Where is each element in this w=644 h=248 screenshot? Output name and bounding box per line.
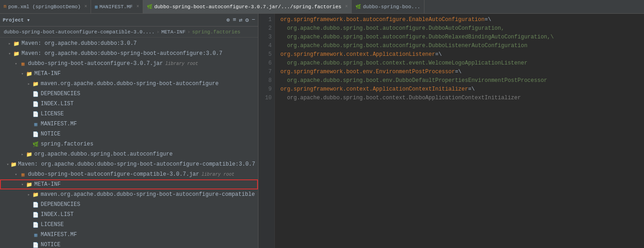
code-indent <box>280 24 287 33</box>
left-panel: Project ▾ ⊕ ≡ ⇄ ⚙ − dubbo-spring-boot-au… <box>0 14 258 248</box>
minimize-icon[interactable]: − <box>252 16 255 23</box>
code-eq: =\ <box>468 85 474 94</box>
tree-arrow[interactable] <box>26 81 32 86</box>
tree-arrow[interactable] <box>19 182 26 187</box>
line-num-9: 9 <box>258 85 272 94</box>
tree-item-notice-1[interactable]: 📄 NOTICE <box>0 129 258 139</box>
main-area: Project ▾ ⊕ ≡ ⇄ ⚙ − dubbo-spring-boot-au… <box>0 14 644 248</box>
tree-label: Maven: org.apache.dubbo:dubbo-spring-boo… <box>21 50 222 57</box>
tree-label-lib: library root <box>165 61 198 66</box>
tab-manifest-close[interactable]: × <box>136 4 139 9</box>
code-val: org.apache.dubbo.spring.boot.autoconfigu… <box>287 42 527 50</box>
tab-spring1-icon: 🌿 <box>147 4 152 10</box>
code-eq: =\ <box>455 68 462 76</box>
tree-item-spring-factories-1[interactable]: 🌿 spring.factories <box>0 139 258 149</box>
line-numbers: 1 2 3 4 5 6 7 8 9 10 <box>258 14 275 248</box>
tree-arrow[interactable] <box>13 172 19 177</box>
align-icon[interactable]: ≡ <box>233 16 236 23</box>
folder-icon: 📁 <box>13 41 20 47</box>
file-icon: 📄 <box>32 242 39 248</box>
tree-label: spring.factories <box>41 141 93 147</box>
tree-item-maven-subfolder-2[interactable]: 📁 maven.org.apache.dubbo.dubbo-spring-bo… <box>0 189 258 199</box>
tree-label: maven.org.apache.dubbo.dubbo-spring-boot… <box>41 81 219 87</box>
code-line-6: org.apache.dubbo.spring.boot.context.eve… <box>280 59 644 68</box>
folder-icon: 📁 <box>32 192 39 198</box>
tab-manifest[interactable]: ▦ MANIFEST.MF × <box>91 0 143 13</box>
jar-icon: ▦ <box>19 61 27 67</box>
folder-icon: 📁 <box>26 151 33 157</box>
tab-spring1[interactable]: 🌿 dubbo-spring-boot-autoconfigure-3.0.7.… <box>143 0 352 13</box>
transfer-icon[interactable]: ⇄ <box>239 16 243 24</box>
add-icon[interactable]: ⊕ <box>226 16 230 24</box>
tree-label: DEPENDENCIES <box>41 201 80 208</box>
folder-icon: 📁 <box>32 81 39 87</box>
tab-bar: m pom.xml (springBootDemo) × ▦ MANIFEST.… <box>0 0 644 14</box>
tree-label: INDEX.LIST <box>41 211 74 218</box>
tree-item-maven-compatible[interactable]: 📁 Maven: org.apache.dubbo:dubbo-spring-b… <box>0 159 258 169</box>
tree-item-license-2[interactable]: 📄 LICENSE <box>0 220 258 230</box>
code-val: org.apache.dubbo.spring.boot.autoconfigu… <box>287 33 553 42</box>
line-num-2: 2 <box>258 24 272 33</box>
tab-manifest-icon: ▦ <box>95 4 97 10</box>
tree-item-meta-inf-1[interactable]: 📁 META-INF <box>0 69 258 79</box>
tree-label: maven.org.apache.dubbo.dubbo-spring-boot… <box>41 191 255 198</box>
tree-item-notice-2[interactable]: 📄 NOTICE <box>0 240 258 248</box>
tree-arrow[interactable] <box>6 41 13 46</box>
breadcrumb-part-1[interactable]: dubbo-spring-boot-autoconfigure-compatib… <box>4 29 155 35</box>
tree-label: dubbo-spring-boot-autoconfigure-3.0.7.ja… <box>28 60 163 67</box>
folder-icon: 📁 <box>11 162 17 167</box>
tree-item-dubbo-autoconfigure-pkg[interactable]: 📁 org.apache.dubbo.spring.boot.autoconfi… <box>0 149 258 159</box>
tree-item-meta-inf-2[interactable]: 📁 META-INF <box>0 179 258 189</box>
tab-pom-icon: m <box>4 4 6 9</box>
tree-item-jar-autoconfigure[interactable]: ▦ dubbo-spring-boot-autoconfigure-3.0.7.… <box>0 59 258 69</box>
tree-item-indexlist-2[interactable]: 📄 INDEX.LIST <box>0 210 258 220</box>
tree-item-maven-subfolder[interactable]: 📁 maven.org.apache.dubbo.dubbo-spring-bo… <box>0 79 258 89</box>
project-tree: 📁 Maven: org.apache.dubbo:dubbo:3.0.7 📁 … <box>0 38 258 248</box>
code-content[interactable]: org.springframework.boot.autoconfigure.E… <box>275 14 644 248</box>
tree-item-manifest-2[interactable]: ▦ MANIFEST.MF <box>0 230 258 240</box>
tree-item-dependencies-2[interactable]: 📄 DEPENDENCIES <box>0 199 258 210</box>
tree-arrow[interactable] <box>6 51 13 56</box>
line-num-1: 1 <box>258 16 272 24</box>
settings-icon[interactable]: ⚙ <box>245 16 249 24</box>
tree-label-lib: library root <box>201 172 234 177</box>
breadcrumb-sep-1: › <box>156 29 160 35</box>
tree-arrow[interactable] <box>26 192 32 197</box>
tree-arrow[interactable] <box>19 152 26 157</box>
tree-label: META-INF <box>34 181 61 188</box>
file-icon: 📄 <box>32 131 39 137</box>
code-line-5: org.springframework.context.ApplicationL… <box>280 50 644 59</box>
code-key: org.springframework.context.ApplicationC… <box>280 85 468 94</box>
tree-item-dependencies-1[interactable]: 📄 DEPENDENCIES <box>0 89 258 99</box>
file-icon: 📄 <box>32 222 39 228</box>
tab-spring2[interactable]: 🌿 dubbo-spring-boo... <box>352 0 424 13</box>
breadcrumb-part-3[interactable]: spring.factories <box>192 29 241 35</box>
tree-label: LICENSE <box>41 221 64 228</box>
tree-arrow[interactable] <box>19 71 26 76</box>
tree-item-license-1[interactable]: 📄 LICENSE <box>0 109 258 119</box>
line-num-7: 7 <box>258 68 272 76</box>
code-key: org.springframework.boot.autoconfigure.E… <box>280 16 484 24</box>
tree-label: MANIFEST.MF <box>41 232 77 238</box>
tab-pom[interactable]: m pom.xml (springBootDemo) × <box>0 0 91 13</box>
tree-item-maven-autoconfigure[interactable]: 📁 Maven: org.apache.dubbo:dubbo-spring-b… <box>0 49 258 59</box>
project-label: Project <box>3 17 24 23</box>
line-num-4: 4 <box>258 42 272 50</box>
breadcrumb-sep-2: › <box>187 29 190 35</box>
tree-item-jar-compatible[interactable]: ▦ dubbo-spring-boot-autoconfigure-compat… <box>0 169 258 179</box>
dropdown-icon[interactable]: ▾ <box>27 16 30 24</box>
tab-pom-close[interactable]: × <box>84 4 87 9</box>
code-line-2: org.apache.dubbo.spring.boot.autoconfigu… <box>280 24 644 33</box>
tree-item-indexlist-1[interactable]: 📄 INDEX.LIST <box>0 99 258 109</box>
code-eq: =\ <box>435 50 441 59</box>
tab-spring1-close[interactable]: × <box>345 4 348 9</box>
file-icon: 📄 <box>32 91 39 97</box>
breadcrumb-part-2[interactable]: META-INF <box>161 29 186 35</box>
tree-arrow[interactable] <box>13 61 19 66</box>
code-line-7: org.springframework.boot.env.Environment… <box>280 68 644 76</box>
tree-item-manifest-1[interactable]: ▦ MANIFEST.MF <box>0 119 258 129</box>
tree-arrow[interactable] <box>5 162 10 167</box>
folder-icon: 📁 <box>13 51 20 57</box>
code-val-gray: org.apache.dubbo.spring.boot.context.Dub… <box>287 94 521 102</box>
tree-item-maven-dubbo[interactable]: 📁 Maven: org.apache.dubbo:dubbo:3.0.7 <box>0 38 258 49</box>
